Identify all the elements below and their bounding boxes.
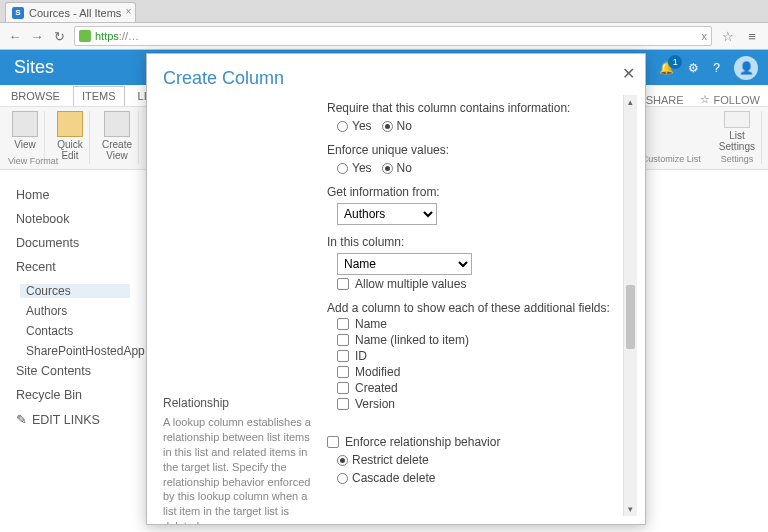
field-version-checkbox[interactable] [337,398,349,410]
follow-button[interactable]: FOLLOW [714,94,760,106]
nav-recycle[interactable]: Recycle Bin [16,388,130,402]
avatar[interactable]: 👤 [734,56,758,80]
scroll-down-icon[interactable]: ▾ [624,502,637,516]
help-button[interactable]: ? [713,61,720,75]
dialog-close-button[interactable]: ✕ [622,64,635,83]
nav-contacts[interactable]: Contacts [26,324,130,338]
settings-gear-icon[interactable]: ⚙ [688,61,699,75]
forward-button[interactable]: → [30,29,44,44]
reload-button[interactable]: ↻ [52,29,66,44]
in-column-label: In this column: [327,235,623,249]
suite-right: 🔔 1 ⚙ ? 👤 [659,56,758,80]
allow-multiple-checkbox[interactable] [337,278,349,290]
notification-count: 1 [668,55,682,69]
pencil-icon: ✎ [16,412,27,427]
back-button[interactable]: ← [8,29,22,44]
nav-authors[interactable]: Authors [26,304,130,318]
nav-cources[interactable]: Cources [20,284,130,298]
dialog-section-description: Relationship A lookup column establishes… [163,95,313,516]
nav-home[interactable]: Home [16,188,130,202]
ribbon-customize-list: Customize List [636,111,707,164]
field-modified-checkbox[interactable] [337,366,349,378]
person-icon: 👤 [739,61,754,75]
scroll-thumb[interactable] [626,285,635,349]
favicon-sharepoint-icon: S [12,7,24,19]
dialog-scrollbar[interactable]: ▴ ▾ [623,95,637,516]
allow-multiple-label: Allow multiple values [355,277,466,291]
browser-tabstrip: S Cources - All Items × [0,0,768,22]
enforce-unique-label: Enforce unique values: [327,143,623,157]
dialog-title: Create Column [147,54,645,95]
suite-brand: Sites [14,57,54,78]
cascade-delete-radio[interactable]: Cascade delete [337,471,435,485]
follow-star-icon: ☆ [700,93,710,106]
get-info-label: Get information from: [327,185,623,199]
relationship-heading: Relationship [163,395,313,411]
field-name-linked-checkbox[interactable] [337,334,349,346]
enforce-relationship-label: Enforce relationship behavior [345,435,500,449]
create-view-icon [104,111,130,137]
restrict-delete-radio[interactable]: Restrict delete [337,453,429,467]
field-name-checkbox[interactable] [337,318,349,330]
nav-sphosted[interactable]: SharePointHostedApp [26,344,130,358]
dialog-form: Require that this column contains inform… [313,95,623,516]
unique-yes-radio[interactable]: Yes [337,161,372,175]
url-protocol: https [95,30,119,42]
get-info-select[interactable]: Authors [337,203,437,225]
field-created-checkbox[interactable] [337,382,349,394]
clear-url-icon[interactable]: x [702,30,708,42]
ribbon-tab-items[interactable]: ITEMS [73,86,125,106]
lock-icon [79,30,91,42]
nav-edit-links[interactable]: ✎ EDIT LINKS [16,412,130,427]
require-yes-radio[interactable]: Yes [337,119,372,133]
scroll-up-icon[interactable]: ▴ [624,95,637,109]
share-button[interactable]: SHARE [646,94,684,106]
bookmark-star-icon[interactable]: ☆ [720,29,736,44]
browser-tab[interactable]: S Cources - All Items × [5,2,136,22]
field-id-checkbox[interactable] [337,350,349,362]
left-nav: Home Notebook Documents Recent Cources A… [0,170,140,532]
address-bar[interactable]: https ://… x [74,26,712,46]
browser-toolbar: ← → ↻ https ://… x ☆ ≡ [0,22,768,50]
unique-no-radio[interactable]: No [382,161,412,175]
quick-edit-icon [57,111,83,137]
ribbon-tab-browse[interactable]: BROWSE [2,86,69,106]
nav-documents[interactable]: Documents [16,236,130,250]
url-rest: ://… [119,30,139,42]
create-column-dialog: Create Column ✕ Relationship A lookup co… [146,53,646,525]
nav-notebook[interactable]: Notebook [16,212,130,226]
chrome-menu-icon[interactable]: ≡ [744,29,760,44]
close-tab-icon[interactable]: × [125,6,131,17]
require-info-label: Require that this column contains inform… [327,101,623,115]
in-column-select[interactable]: Name [337,253,472,275]
new-tab-button[interactable] [140,4,154,18]
nav-site-contents[interactable]: Site Contents [16,364,130,378]
page-actions: ↗ SHARE ☆ FOLLOW [633,93,768,106]
enforce-relationship-checkbox[interactable] [327,436,339,448]
relationship-body: A lookup column establishes a relationsh… [163,415,313,524]
ribbon-list-settings[interactable]: List Settings Settings [713,111,762,164]
add-fields-label: Add a column to show each of these addit… [327,301,623,315]
list-settings-icon [724,111,750,128]
tab-title: Cources - All Items [29,7,121,19]
ribbon-create-view[interactable]: Create View [96,111,139,164]
grid-icon [12,111,38,137]
nav-recent[interactable]: Recent [16,260,130,274]
notifications-button[interactable]: 🔔 1 [659,61,674,75]
require-no-radio[interactable]: No [382,119,412,133]
